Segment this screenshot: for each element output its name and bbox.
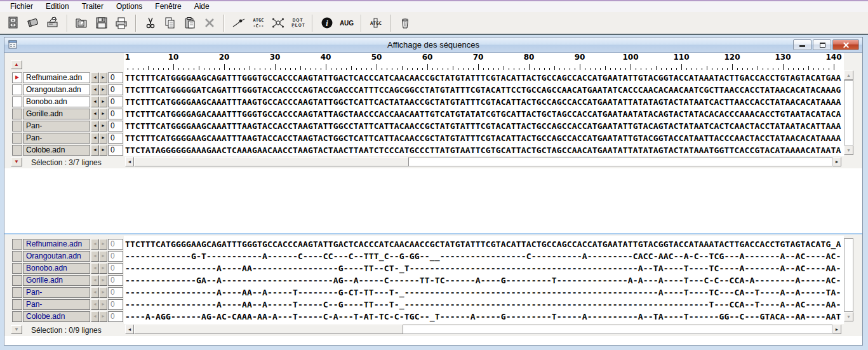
dna-sequence[interactable]: --------------GA--A---------------------… <box>125 274 843 286</box>
row-selector-cell[interactable] <box>12 97 22 107</box>
shift-right-button[interactable]: ► <box>99 72 107 83</box>
pin-line-button[interactable] <box>229 14 248 32</box>
row-selector-cell[interactable] <box>12 109 22 119</box>
sequence-name[interactable]: Refhumaine.adn <box>23 239 90 250</box>
shift-left-button[interactable]: ◄ <box>91 239 99 250</box>
delete-cross-button[interactable] <box>199 14 219 32</box>
sequence-name[interactable]: Colobe.adn <box>23 311 90 322</box>
sequence-name[interactable]: Bonobo.adn <box>23 263 90 274</box>
shift-right-button[interactable]: ► <box>99 239 107 250</box>
shift-left-button[interactable]: ◄ <box>91 133 99 144</box>
sequence-name[interactable]: Gorille.adn <box>23 109 90 119</box>
scroll-right-button[interactable]: ► <box>832 325 841 334</box>
dna-sequence[interactable]: TTCTTTCATGGGGAAGCAAATTTAAGTACCACCTAAGTAT… <box>125 120 843 132</box>
scroll-up-button[interactable]: ▲ <box>844 71 853 80</box>
shift-right-button[interactable]: ► <box>99 275 107 286</box>
shift-right-button[interactable]: ► <box>99 84 107 95</box>
shift-right-button[interactable]: ► <box>99 121 107 131</box>
dot-plot-button[interactable]: DOTPLOT <box>288 14 307 32</box>
row-selector-cell[interactable] <box>12 145 22 156</box>
row-selector-cell[interactable] <box>12 121 22 131</box>
book-button[interactable] <box>23 14 43 32</box>
scrollbar-track[interactable] <box>844 80 853 145</box>
row-selector-cell[interactable] <box>12 84 22 95</box>
scroll-left-button[interactable]: ◄ <box>125 325 134 334</box>
open-folder-button[interactable] <box>72 14 91 32</box>
scrollbar-thumb[interactable] <box>134 157 409 166</box>
dna-sequence[interactable]: ----A-AGG------AG-AC-CAAA-AA-A---T-----C… <box>125 311 843 323</box>
close-button[interactable] <box>832 39 859 50</box>
sequence-name[interactable]: Colobe.adn <box>23 145 90 156</box>
select-all-down-button[interactable]: ▼ <box>11 158 22 166</box>
scroll-right-button[interactable]: ► <box>832 157 841 166</box>
dna-sequence[interactable]: ------------------A----AA--A-----T------… <box>125 286 843 299</box>
dna-sequence[interactable]: ------------------A----AA---------------… <box>125 262 843 274</box>
scrollbar-thumb[interactable] <box>134 325 403 334</box>
sequence-name[interactable]: Bonobo.adn <box>23 97 90 107</box>
shift-left-button[interactable]: ◄ <box>91 109 99 119</box>
scroll-down-button[interactable]: ▼ <box>844 312 853 321</box>
scroll-down-button[interactable]: ▼ <box>844 145 853 155</box>
scroll-left-button[interactable]: ◄ <box>125 157 134 166</box>
shift-right-button[interactable]: ► <box>99 299 107 310</box>
shift-right-button[interactable]: ► <box>99 287 107 298</box>
row-selector-cell[interactable] <box>12 251 22 262</box>
alignment-tree-button[interactable] <box>268 14 288 32</box>
scrollbar-track[interactable] <box>844 238 853 312</box>
row-selector-cell[interactable]: ▶ <box>12 72 22 83</box>
print-button[interactable] <box>111 14 131 32</box>
menu-traiter[interactable]: Traiter <box>76 1 110 12</box>
sequence-name[interactable]: Orangoutan.adn <box>23 84 90 95</box>
minimize-button[interactable] <box>793 39 811 50</box>
row-selector-cell[interactable] <box>12 287 22 298</box>
copy-button[interactable] <box>160 14 180 32</box>
shift-right-button[interactable]: ► <box>99 109 107 119</box>
dna-sequence[interactable]: TTCTTTCATGGGGAAGCAGATTTGGGTGCCACCCAAGTAT… <box>125 72 843 84</box>
dna-sequence[interactable]: -------------G-T-----------A------C----C… <box>125 250 843 262</box>
shift-right-button[interactable]: ► <box>99 251 107 262</box>
shift-left-button[interactable]: ◄ <box>91 263 99 274</box>
shift-right-button[interactable]: ► <box>99 97 107 107</box>
dna-sequence[interactable]: TTCTTTCATGGGGAAGCAGATTTGGGTGCCACCCAAGTAT… <box>125 238 843 250</box>
sequence-name[interactable]: Refhumaine.adn <box>23 72 90 83</box>
select-all-down-button[interactable]: ▼ <box>11 325 22 334</box>
shift-left-button[interactable]: ◄ <box>91 97 99 107</box>
sequence-name[interactable]: Pan-AJ586556.adn <box>23 121 90 131</box>
row-selector-cell[interactable] <box>12 239 22 250</box>
shift-left-button[interactable]: ◄ <box>91 299 99 310</box>
menu-options[interactable]: Options <box>110 1 149 12</box>
compare-sequences-button[interactable]: ATGC-C-- <box>248 14 268 32</box>
shift-left-button[interactable]: ◄ <box>91 251 99 262</box>
title-bar[interactable]: Affichage des séquences <box>4 37 862 53</box>
shift-right-button[interactable]: ► <box>99 263 107 274</box>
menu-fentre[interactable]: Fenêtre <box>149 1 187 12</box>
fax-machine-button[interactable] <box>43 14 62 32</box>
trash-button[interactable] <box>395 14 415 32</box>
dna-sequence[interactable]: ------------------A----AA--A-----T-----C… <box>125 299 843 311</box>
dna-sequence[interactable]: TTCTTTCATGGGGAAGCAAATTTAAGTACCACCTAAGTAC… <box>125 132 843 144</box>
maximize-button[interactable] <box>813 39 831 50</box>
paste-button[interactable] <box>180 14 199 32</box>
menu-edition[interactable]: Edition <box>39 1 76 12</box>
shift-left-button[interactable]: ◄ <box>91 84 99 95</box>
shift-left-button[interactable]: ◄ <box>91 145 99 156</box>
info-button[interactable]: i <box>317 14 337 32</box>
sequence-name[interactable]: Pan-AJ586556.adn <box>23 287 90 298</box>
row-selector-cell[interactable] <box>12 133 22 144</box>
sequence-name[interactable]: Pan-AJ586557.adn <box>23 133 90 144</box>
aug-codon-button[interactable]: AUG <box>337 14 356 32</box>
cut-button[interactable] <box>140 14 160 32</box>
shift-right-button[interactable]: ► <box>99 145 107 156</box>
dna-sequence[interactable]: TTCTATAGGGGGGAAAGAACTCAAAGAACAACCTAAGTAC… <box>125 144 843 156</box>
select-all-up-button[interactable]: ▲ <box>11 60 22 69</box>
shift-left-button[interactable]: ◄ <box>91 311 99 322</box>
save-button[interactable] <box>91 14 111 32</box>
menu-aide[interactable]: Aide <box>188 1 216 12</box>
row-selector-cell[interactable] <box>12 311 22 322</box>
shift-left-button[interactable]: ◄ <box>91 121 99 131</box>
sequence-cursor-button[interactable]: ATGC <box>366 14 385 32</box>
menu-fichier[interactable]: Fichier <box>4 1 39 12</box>
shift-right-button[interactable]: ► <box>99 133 107 144</box>
shift-right-button[interactable]: ► <box>99 311 107 322</box>
shift-left-button[interactable]: ◄ <box>91 275 99 286</box>
